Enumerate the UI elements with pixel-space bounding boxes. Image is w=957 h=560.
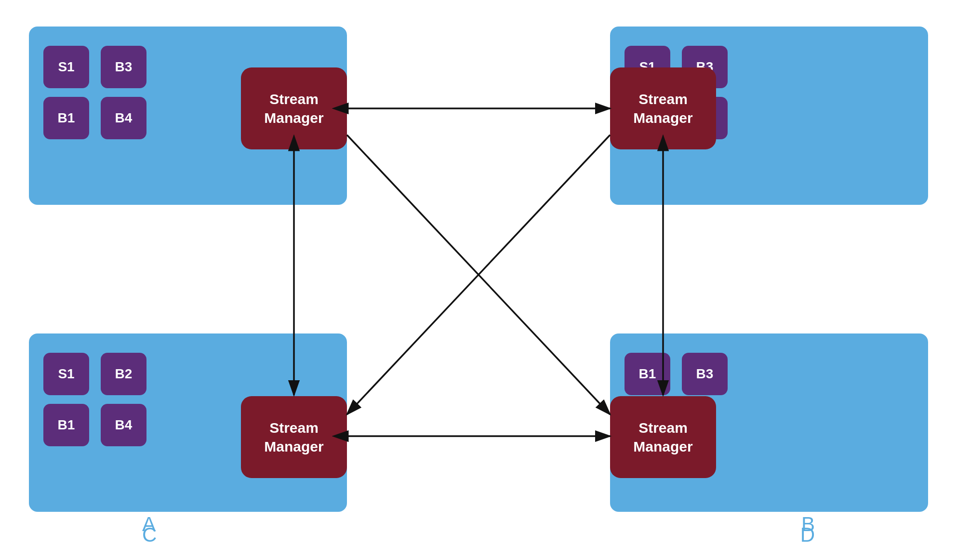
arrow-b-c-diagonal [347,135,610,414]
cluster-label-d: D [800,523,815,547]
node-c-b1: B1 [43,404,89,446]
node-c-b2: B2 [101,353,146,395]
node-d-b3: B3 [682,353,728,395]
stream-manager-c: Stream Manager [241,396,347,478]
node-c-b4: B4 [101,404,146,446]
node-d-b1: B1 [625,353,670,395]
node-a-b4: B4 [101,97,146,139]
stream-manager-d: Stream Manager [610,396,716,478]
node-a-b3: B3 [101,46,146,88]
node-c-s1: S1 [43,353,89,395]
stream-manager-a: Stream Manager [241,67,347,149]
node-a-s1: S1 [43,46,89,88]
cluster-a-nodes: S1 B3 B1 B4 [43,46,149,139]
cluster-c-nodes: S1 B2 B1 B4 [43,353,149,446]
arrow-a-d-diagonal [347,135,610,414]
cluster-label-c: C [142,523,157,547]
node-a-b1: B1 [43,97,89,139]
diagram-container: S1 B3 B1 B4 S1 B3 B2 B4 S1 B2 B1 B4 B1 B… [0,0,957,560]
stream-manager-b: Stream Manager [610,67,716,149]
